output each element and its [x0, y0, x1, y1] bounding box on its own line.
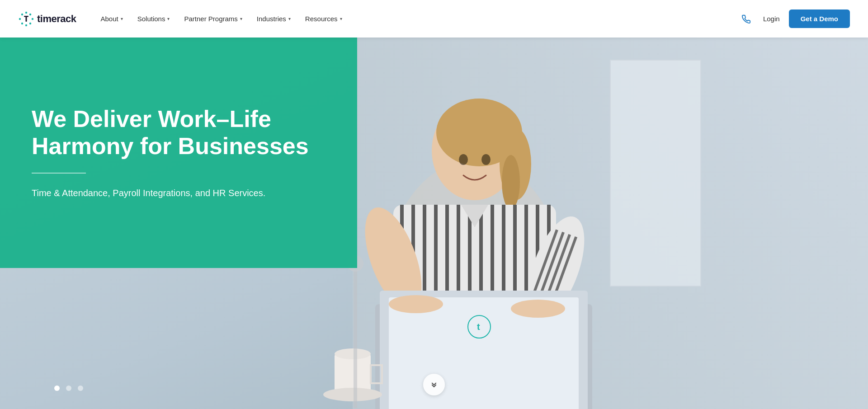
chevron-down-double-icon	[429, 380, 439, 389]
svg-text:t: t	[477, 322, 480, 332]
nav-label-solutions: Solutions	[137, 15, 165, 23]
svg-point-3	[29, 22, 31, 24]
slide-dots	[54, 385, 83, 391]
logo-icon	[18, 11, 34, 27]
chevron-solutions-icon: ▾	[167, 16, 170, 21]
hero-content-box: We Deliver Work–Life Harmony for Busines…	[0, 38, 357, 268]
phone-icon	[741, 14, 751, 24]
chevron-resources-icon: ▾	[340, 16, 342, 21]
svg-point-20	[481, 154, 491, 165]
nav-right: Login Get a Demo	[738, 9, 850, 28]
nav-label-partner: Partner Programs	[184, 15, 237, 23]
svg-rect-9	[26, 17, 27, 22]
svg-point-4	[25, 24, 27, 26]
slide-dot-1[interactable]	[54, 385, 60, 391]
hero-divider	[32, 173, 86, 174]
svg-point-49	[511, 300, 565, 318]
svg-point-5	[21, 22, 23, 24]
hero-section: t We Deliver Work–Life Harmony for Busin…	[0, 38, 868, 409]
slide-dot-2[interactable]	[66, 385, 71, 391]
navbar: timerack About ▾ Solutions ▾ Partner Pro…	[0, 0, 868, 38]
chevron-partner-icon: ▾	[240, 16, 242, 21]
hero-title: We Deliver Work–Life Harmony for Busines…	[32, 106, 326, 160]
svg-point-1	[29, 13, 31, 15]
nav-item-solutions[interactable]: Solutions ▾	[131, 11, 176, 26]
login-link[interactable]: Login	[763, 15, 780, 23]
logo[interactable]: timerack	[18, 11, 76, 27]
nav-item-resources[interactable]: Resources ▾	[299, 11, 349, 26]
svg-point-0	[25, 11, 27, 13]
svg-point-6	[19, 18, 21, 19]
svg-point-48	[389, 295, 443, 313]
nav-label-industries: Industries	[257, 15, 286, 23]
nav-label-resources: Resources	[305, 15, 338, 23]
scroll-down-button[interactable]	[423, 374, 445, 395]
hero-subtitle: Time & Attendance, Payroll Integrations,…	[32, 186, 326, 200]
nav-links: About ▾ Solutions ▾ Partner Programs ▾ I…	[94, 11, 738, 26]
nav-item-industries[interactable]: Industries ▾	[250, 11, 297, 26]
svg-point-18	[502, 155, 520, 209]
svg-point-53	[323, 388, 382, 401]
logo-text: timerack	[37, 13, 76, 25]
nav-label-about: About	[101, 15, 118, 23]
slide-dot-3[interactable]	[78, 385, 83, 391]
svg-rect-54	[354, 263, 357, 408]
svg-point-7	[21, 13, 23, 15]
get-demo-button[interactable]: Get a Demo	[789, 9, 850, 28]
svg-point-19	[459, 154, 468, 165]
nav-item-partner-programs[interactable]: Partner Programs ▾	[178, 11, 248, 26]
svg-point-51	[335, 348, 371, 359]
nav-item-about[interactable]: About ▾	[94, 11, 129, 26]
svg-rect-12	[610, 60, 701, 286]
phone-button[interactable]	[738, 11, 754, 27]
svg-point-2	[32, 18, 33, 19]
chevron-about-icon: ▾	[121, 16, 123, 21]
chevron-industries-icon: ▾	[288, 16, 291, 21]
